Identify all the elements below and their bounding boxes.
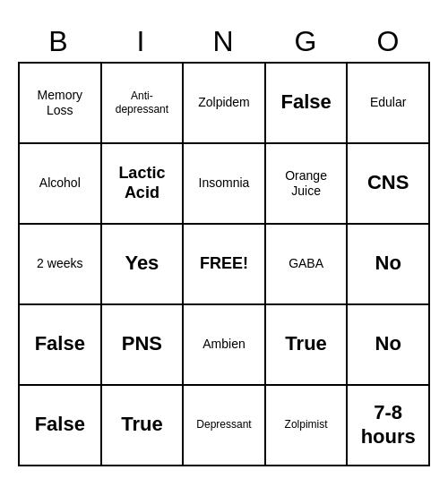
cell-r4-c3: Zolpimist <box>266 386 349 466</box>
cell-r0-c0: Memory Loss <box>20 64 102 144</box>
cell-r3-c1: PNS <box>102 305 185 386</box>
cell-r2-c1: Yes <box>102 225 185 305</box>
cell-r2-c2: FREE! <box>184 225 266 305</box>
cell-r4-c4: 7-8 hours <box>348 386 430 466</box>
cell-r1-c3: Orange Juice <box>266 144 349 225</box>
cell-r0-c3: False <box>266 64 349 144</box>
cell-r2-c4: No <box>348 225 430 305</box>
cell-r1-c2: Insomnia <box>184 144 266 225</box>
header-letter-B: B <box>18 21 100 62</box>
header-letter-G: G <box>265 21 348 62</box>
cell-r4-c1: True <box>102 386 185 466</box>
cell-r0-c1: Anti-depressant <box>102 64 185 144</box>
cell-r3-c3: True <box>266 305 349 386</box>
cell-r3-c2: Ambien <box>184 305 266 386</box>
bingo-header: BINGO <box>18 21 430 62</box>
header-letter-N: N <box>183 21 265 62</box>
cell-r2-c3: GABA <box>266 225 349 305</box>
cell-r3-c4: No <box>348 305 430 386</box>
cell-r3-c0: False <box>20 305 102 386</box>
cell-r1-c1: Lactic Acid <box>102 144 185 225</box>
cell-r4-c2: Depressant <box>184 386 266 466</box>
cell-r0-c2: Zolpidem <box>184 64 266 144</box>
cell-r1-c0: Alcohol <box>20 144 102 225</box>
cell-r1-c4: CNS <box>348 144 430 225</box>
cell-r0-c4: Edular <box>348 64 430 144</box>
header-letter-O: O <box>348 21 430 62</box>
bingo-card: BINGO Memory LossAnti-depressantZolpidem… <box>18 21 430 466</box>
header-letter-I: I <box>100 21 183 62</box>
cell-r2-c0: 2 weeks <box>20 225 102 305</box>
cell-r4-c0: False <box>20 386 102 466</box>
bingo-grid: Memory LossAnti-depressantZolpidemFalseE… <box>18 62 430 466</box>
